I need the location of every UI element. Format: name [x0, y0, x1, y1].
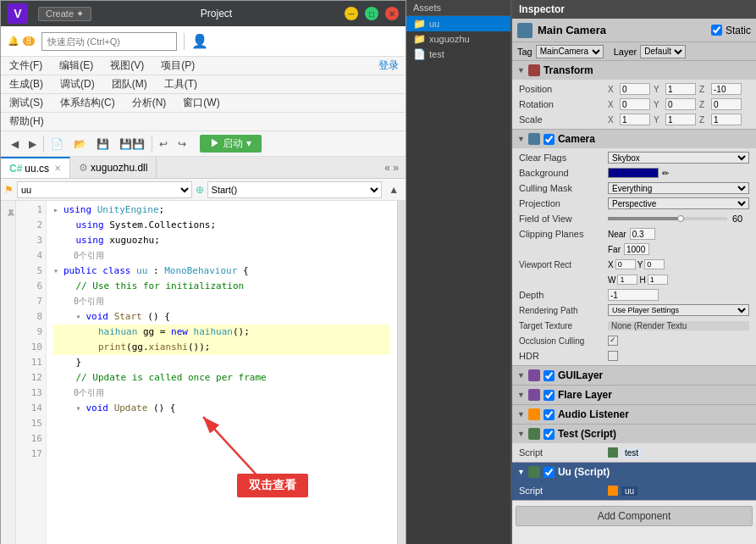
scale-y[interactable]	[665, 114, 696, 125]
camera-enabled-checkbox[interactable]	[544, 134, 555, 145]
test-script-file-icon	[608, 447, 618, 458]
toolbar-back-btn[interactable]: ◀	[8, 136, 22, 152]
menu-row-1: 文件(F) 编辑(E) 视图(V) 项目(P) 登录	[1, 57, 406, 75]
test-script-header[interactable]: ▼ Test (Script)	[512, 425, 756, 443]
rotation-z[interactable]	[711, 98, 742, 110]
tab-uu-cs[interactable]: C# uu.cs ✕	[1, 157, 70, 178]
scale-label: Scale	[519, 114, 608, 125]
toolbar-forward-btn[interactable]: ▶	[25, 136, 40, 152]
toolbar-newfile-btn[interactable]: 📄	[47, 136, 67, 152]
menu-window[interactable]: 窗口(W)	[174, 94, 228, 112]
expand-17[interactable]: ▾	[76, 401, 86, 416]
expand-5[interactable]: ▾	[53, 264, 63, 279]
layer-selector[interactable]: Default	[640, 45, 686, 58]
occlusion-checkbox[interactable]	[608, 336, 618, 346]
asset-item-test[interactable]: 📄 test	[406, 47, 516, 62]
run-button[interactable]: ▶ 启动 ▾	[200, 135, 262, 153]
code-nav-up[interactable]: ▲	[385, 182, 402, 197]
position-xyz: X Y Z	[608, 83, 742, 95]
depth-input[interactable]	[608, 289, 659, 301]
position-x[interactable]	[620, 83, 650, 95]
test-script-checkbox[interactable]	[544, 429, 555, 440]
menu-analyze[interactable]: 分析(N)	[124, 94, 175, 112]
uu-script-checkbox[interactable]	[544, 467, 555, 478]
background-color-swatch[interactable]	[608, 168, 659, 178]
position-y[interactable]	[665, 83, 696, 95]
maximize-button[interactable]: □	[365, 7, 378, 20]
vp-h[interactable]	[648, 275, 668, 285]
scale-x[interactable]	[620, 114, 650, 125]
culling-mask-selector[interactable]: Everything	[608, 182, 749, 194]
minimize-button[interactable]: ─	[345, 7, 358, 20]
rotation-y[interactable]	[665, 98, 696, 110]
projection-selector[interactable]: Perspective	[608, 197, 749, 209]
add-component-btn[interactable]: Add Component	[516, 506, 753, 526]
audio-checkbox[interactable]	[544, 409, 555, 420]
menu-arch[interactable]: 体系结构(C)	[52, 94, 124, 112]
menu-build[interactable]: 生成(B)	[1, 75, 52, 93]
hdr-checkbox[interactable]	[608, 351, 618, 361]
transform-header[interactable]: ▼ Transform	[512, 61, 756, 80]
menu-file[interactable]: 文件(F)	[1, 57, 51, 75]
vp-y[interactable]	[644, 259, 665, 269]
ide-titlebar: V Create ✦ Project ─ □ ✕	[1, 1, 406, 26]
flarelayer-checkbox[interactable]	[544, 390, 555, 401]
fov-slider-track[interactable]	[608, 217, 727, 220]
asset-item-xuguozhu[interactable]: 📁 xuguozhu	[406, 31, 516, 47]
scale-z[interactable]	[711, 114, 742, 125]
code-line-11: print(gg.xianshi());	[53, 340, 390, 355]
create-button[interactable]: Create ✦	[38, 7, 91, 21]
toolbar-open-btn[interactable]: 📂	[70, 136, 90, 152]
camera-header[interactable]: ▼ Camera	[512, 130, 756, 148]
method-selector[interactable]: Start()	[207, 181, 383, 198]
guilayer-checkbox[interactable]	[544, 370, 555, 381]
menu-test[interactable]: 测试(S)	[1, 94, 52, 112]
vp-w[interactable]	[617, 275, 637, 285]
tag-selector[interactable]: MainCamera	[536, 45, 604, 58]
code-editor[interactable]: ▸using UnityEngine; using System.Collect…	[47, 201, 397, 544]
tab-uu-close[interactable]: ✕	[54, 164, 61, 173]
toolbar-save-btn[interactable]: 💾	[93, 136, 113, 152]
asset-item-uu[interactable]: 📁 uu	[406, 16, 516, 31]
vp-x[interactable]	[615, 259, 636, 269]
menu-view[interactable]: 视图(V)	[102, 57, 152, 75]
audio-header[interactable]: ▼ Audio Listener	[512, 405, 756, 424]
clear-flags-selector[interactable]: Skybox	[608, 152, 749, 164]
menu-help[interactable]: 帮助(H)	[1, 113, 52, 130]
toolbar-saveall-btn[interactable]: 💾💾	[116, 136, 148, 152]
toolbar-redo-btn[interactable]: ↪	[174, 136, 190, 152]
expand-9[interactable]: ▾	[76, 309, 86, 325]
vertical-scrollbar[interactable]	[397, 201, 406, 544]
class-selector[interactable]: uu	[17, 181, 192, 198]
clipping-near-input[interactable]	[630, 228, 655, 240]
flarelayer-header[interactable]: ▼ Flare Layer	[512, 386, 756, 404]
uu-script-header[interactable]: ▼ Uu (Script)	[512, 463, 756, 481]
rendering-path-selector[interactable]: Use Player Settings	[608, 304, 749, 316]
tab-xuguozhu-dll[interactable]: ⚙ xuguozhu.dll	[70, 157, 157, 178]
toolbar-undo-btn[interactable]: ↩	[156, 136, 171, 152]
tab-scroll-arrows[interactable]: « »	[378, 162, 406, 174]
code-line-5: ▾public class uu : MonoBehaviour {	[53, 264, 390, 279]
menu-debug[interactable]: 调试(D)	[52, 75, 103, 93]
toolbar: ◀ ▶ 📄 📂 💾 💾💾 ↩ ↪ ▶ 启动 ▾	[1, 131, 406, 157]
code-line-7: // Use this for initialization	[53, 279, 390, 294]
position-z[interactable]	[711, 83, 742, 95]
menu-edit[interactable]: 编辑(E)	[51, 57, 102, 75]
menu-login[interactable]: 登录	[378, 58, 406, 73]
menu-project[interactable]: 项目(P)	[152, 57, 203, 75]
clipping-far-input[interactable]	[624, 243, 649, 255]
background-row: Background ✏	[512, 165, 756, 180]
static-checkbox[interactable]	[711, 25, 722, 36]
expand-1[interactable]: ▸	[53, 203, 63, 218]
tag-label: Tag	[517, 47, 533, 57]
code-line-10: haihuan gg = new haihuan();	[53, 325, 390, 340]
menu-tools[interactable]: 工具(T)	[156, 75, 206, 93]
menu-team[interactable]: 团队(M)	[103, 75, 156, 93]
guilayer-header[interactable]: ▼ GUILayer	[512, 366, 756, 385]
background-edit-btn[interactable]: ✏	[662, 169, 669, 178]
rotation-x[interactable]	[620, 98, 650, 110]
quick-launch-input[interactable]	[41, 32, 177, 51]
close-button[interactable]: ✕	[385, 7, 399, 20]
ide-title: Project	[91, 8, 341, 19]
projection-label: Projection	[519, 198, 608, 208]
